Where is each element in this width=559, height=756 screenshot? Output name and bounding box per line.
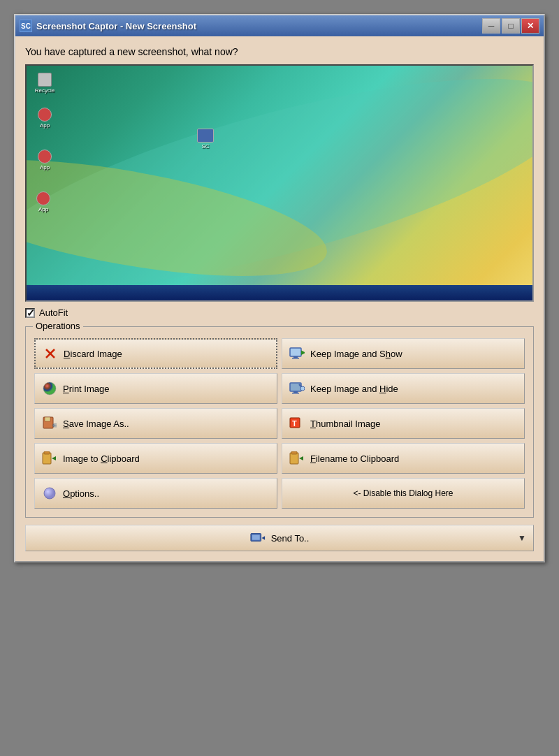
thumbnail-icon: T (289, 416, 305, 431)
keep-show-label: Keep Image and Show (310, 349, 517, 359)
svg-marker-19 (52, 456, 56, 460)
svg-point-6 (43, 382, 56, 395)
svg-text:▶: ▶ (301, 349, 305, 356)
operations-legend: Operations (33, 321, 83, 331)
autofit-label: AutoFit (39, 307, 68, 318)
svg-rect-9 (292, 393, 299, 394)
desktop-icon-3: App (34, 150, 56, 175)
svg-rect-18 (44, 451, 50, 454)
app-icon: SC (20, 20, 32, 32)
clipboard2-icon (289, 451, 305, 466)
window-body: You have captured a new screenshot, what… (15, 36, 544, 561)
desktop-icon-center: SC (194, 129, 217, 154)
svg-rect-17 (43, 453, 51, 464)
title-bar-buttons: ─ □ ✕ (482, 18, 539, 34)
filename-clipboard-label: Filename to Clipboard (310, 453, 517, 464)
screenshot-preview: Recycle App App App SC (25, 64, 534, 302)
svg-point-11 (300, 386, 305, 391)
minimize-button[interactable]: ─ (482, 18, 500, 34)
print-image-label: Print Image (63, 384, 270, 394)
options-label: Options.. (63, 488, 270, 499)
svg-rect-2 (290, 348, 301, 356)
filename-clipboard-button[interactable]: Filename to Clipboard (282, 443, 525, 474)
desktop-taskbar (27, 285, 532, 300)
autofit-checkbox[interactable] (25, 308, 35, 318)
options-icon (42, 486, 57, 501)
options-button[interactable]: Options.. (34, 478, 277, 509)
save-image-label: Save Image As.. (63, 419, 270, 429)
svg-rect-4 (292, 358, 299, 359)
send-to-row: Send To.. ▼ (25, 525, 534, 551)
monitor-show-icon: ▶ (289, 346, 305, 361)
svg-text:✏: ✏ (52, 420, 57, 430)
title-bar: SC Screenshot Captor - New Screenshot ─ … (15, 15, 544, 36)
x-icon (43, 346, 58, 361)
thumbnail-button[interactable]: T Thumbnail Image (282, 408, 525, 439)
disable-dialog-button[interactable]: <- Disable this Dialog Here (282, 478, 525, 509)
send-to-icon (250, 530, 266, 546)
save-icon: ✏ (42, 416, 57, 431)
svg-rect-20 (290, 453, 298, 464)
keep-show-button[interactable]: ▶ Keep Image and Show (282, 338, 525, 369)
discard-image-label: Discard Image (64, 349, 269, 359)
discard-image-button[interactable]: Discard Image (34, 338, 277, 369)
svg-rect-13 (45, 417, 50, 421)
save-image-button[interactable]: ✏ Save Image As.. (34, 408, 277, 439)
thumbnail-label: Thumbnail Image (310, 419, 517, 429)
keep-hide-label: Keep Image and Hide (310, 384, 517, 394)
dropdown-arrow-icon: ▼ (518, 533, 526, 543)
svg-rect-8 (293, 391, 298, 393)
monitor-hide-icon (289, 381, 305, 396)
print-icon (42, 381, 57, 396)
svg-marker-26 (261, 536, 265, 540)
desktop-icon-2: App (34, 108, 56, 133)
close-button[interactable]: ✕ (521, 18, 539, 34)
svg-rect-3 (293, 356, 298, 358)
clipboard-icon (42, 451, 57, 466)
send-to-label: Send To.. (271, 533, 310, 544)
image-clipboard-button[interactable]: Image to Clipboard (34, 443, 277, 474)
svg-point-23 (44, 488, 55, 499)
autofit-row: AutoFit (25, 307, 534, 318)
svg-marker-22 (299, 456, 303, 460)
main-window: SC Screenshot Captor - New Screenshot ─ … (14, 14, 545, 562)
print-image-button[interactable]: Print Image (34, 373, 277, 404)
send-to-button[interactable]: Send To.. ▼ (25, 525, 534, 551)
screenshot-desktop: Recycle App App App SC (27, 66, 532, 300)
keep-hide-button[interactable]: Keep Image and Hide (282, 373, 525, 404)
buttons-grid: Discard Image ▶ Keep Image and Show (34, 338, 525, 509)
desktop-icon-4: App (32, 191, 55, 217)
disable-dialog-label: <- Disable this Dialog Here (289, 488, 517, 498)
svg-text:T: T (292, 419, 297, 428)
svg-rect-21 (291, 451, 297, 454)
prompt-text: You have captured a new screenshot, what… (25, 46, 534, 57)
image-clipboard-label: Image to Clipboard (63, 453, 270, 464)
desktop-icon-1: Recycle (34, 73, 56, 98)
svg-rect-25 (252, 535, 259, 539)
title-bar-left: SC Screenshot Captor - New Screenshot (20, 20, 196, 32)
maximize-button[interactable]: □ (502, 18, 520, 34)
operations-group: Operations Discard Image (25, 326, 534, 518)
window-title: Screenshot Captor - New Screenshot (36, 21, 196, 31)
